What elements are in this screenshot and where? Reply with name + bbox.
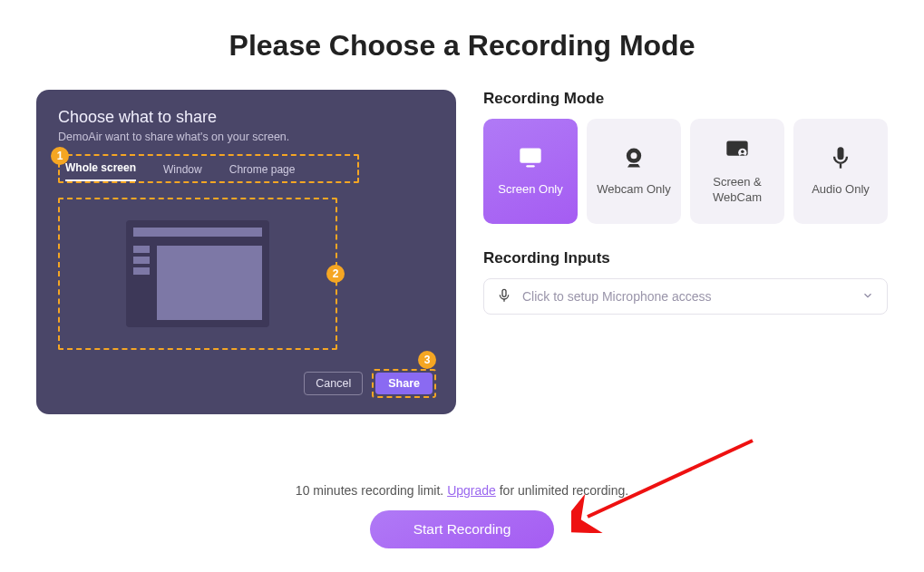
- limit-post: for unlimited recording.: [500, 483, 628, 498]
- svg-point-3: [631, 153, 637, 160]
- page-title: Please Choose a Recording Mode: [27, 29, 897, 63]
- mode-label: Audio Only: [812, 182, 870, 197]
- share-button-highlight: 3 Share: [372, 369, 436, 398]
- mode-label: Screen & WebCam: [695, 175, 779, 205]
- share-title: Choose what to share: [58, 108, 434, 127]
- svg-rect-0: [520, 149, 540, 163]
- screen-cam-icon: [725, 138, 750, 166]
- share-panel: Choose what to share DemoAir want to sha…: [36, 90, 456, 414]
- mic-icon: [828, 145, 853, 173]
- webcam-icon: [621, 145, 647, 173]
- screen-thumbnail: [126, 220, 269, 327]
- svg-rect-1: [526, 166, 534, 168]
- recording-mode-label: Recording Mode: [483, 90, 888, 108]
- chevron-down-icon: [861, 289, 874, 305]
- limit-pre: 10 minutes recording limit.: [296, 483, 447, 498]
- monitor-icon: [518, 145, 543, 173]
- share-tabs-container: 1 Whole screen Window Chrome page: [58, 154, 359, 183]
- mic-icon: [497, 288, 511, 305]
- mode-screen-webcam[interactable]: Screen & WebCam: [690, 119, 784, 224]
- cancel-button[interactable]: Cancel: [304, 372, 363, 395]
- svg-point-6: [741, 150, 744, 154]
- upgrade-link[interactable]: Upgrade: [447, 483, 496, 498]
- mode-label: Screen Only: [498, 182, 563, 197]
- recording-inputs-label: Recording Inputs: [483, 249, 888, 267]
- svg-rect-7: [838, 148, 844, 160]
- svg-rect-8: [840, 164, 841, 169]
- microphone-placeholder: Click to setup Microphone access: [522, 289, 712, 304]
- share-button[interactable]: Share: [375, 373, 433, 394]
- step-badge-2: 2: [326, 265, 345, 283]
- tab-window[interactable]: Window: [163, 163, 202, 181]
- start-recording-button[interactable]: Start Recording: [370, 510, 555, 548]
- mode-screen-only[interactable]: Screen Only: [483, 119, 578, 224]
- step-badge-3: 3: [418, 351, 436, 369]
- mode-webcam-only[interactable]: Webcam Only: [587, 119, 681, 224]
- share-subtitle: DemoAir want to share what's on your scr…: [58, 131, 434, 143]
- share-preview[interactable]: 2: [58, 198, 337, 350]
- mode-label: Webcam Only: [597, 182, 670, 197]
- recording-mode-options: Screen Only Webcam Only Screen & WebCam: [483, 119, 888, 224]
- mode-audio-only[interactable]: Audio Only: [793, 119, 888, 224]
- tab-chrome-page[interactable]: Chrome page: [229, 163, 296, 181]
- step-badge-1: 1: [51, 147, 69, 165]
- svg-rect-9: [502, 289, 506, 296]
- microphone-select[interactable]: Click to setup Microphone access: [483, 278, 888, 315]
- limit-text: 10 minutes recording limit. Upgrade for …: [0, 483, 924, 498]
- tab-whole-screen[interactable]: Whole screen: [65, 161, 136, 181]
